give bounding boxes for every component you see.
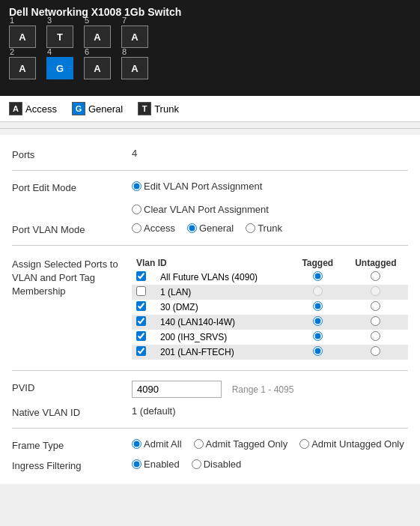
content: Ports 4 Port Edit Mode Edit VLAN Port As…: [0, 135, 420, 484]
vlan-checkbox-4[interactable]: [136, 331, 146, 341]
pvid-label: PVID: [12, 381, 132, 393]
vlan-checkbox-2[interactable]: [136, 301, 146, 311]
ingress-option-1[interactable]: Disabled: [192, 459, 242, 470]
vlan-untagged-radio-4[interactable]: [371, 331, 380, 341]
ingress-radio-0[interactable]: [132, 459, 141, 469]
frame-type-label: Frame Type: [12, 438, 132, 451]
vlan-tagged-radio-3[interactable]: [313, 316, 323, 326]
port-box-7[interactable]: 7A: [121, 25, 148, 48]
ingress-row: Ingress Filtering EnabledDisabled: [12, 455, 408, 475]
legend-label-trunk: Trunk: [154, 103, 179, 115]
ingress-group: EnabledDisabled: [132, 459, 408, 470]
vlan-name-2: 30 (DMZ): [156, 300, 292, 315]
pvid-input[interactable]: [132, 381, 222, 398]
vlan-tagged-cell-0: [292, 270, 344, 285]
vlan-checkbox-cell-5: [132, 345, 156, 360]
vlan-untagged-radio-2[interactable]: [371, 301, 380, 311]
ports-value: 4: [132, 148, 408, 159]
vlan-section-label: Assign Selected Ports to VLAN and Port T…: [12, 256, 132, 299]
legend-item-trunk: TTrunk: [138, 102, 179, 115]
frame-type-radio-1[interactable]: [194, 439, 204, 449]
vlan-tagged-cell-4: [292, 330, 344, 345]
vlan-name-0: All Future VLANs (4090): [156, 270, 292, 285]
vlan-checkbox-cell-0: [132, 270, 156, 285]
native-vlan-label: Native VLAN ID: [12, 405, 132, 418]
vlan-row-3: 140 (LAN140-I4W): [132, 315, 408, 330]
legend-badge-trunk: T: [138, 102, 151, 115]
pvid-value: Range 1 - 4095: [132, 381, 408, 398]
vlan-checkbox-0[interactable]: [136, 271, 146, 281]
ingress-radio-1[interactable]: [192, 459, 201, 469]
vlan-tagged-radio-5[interactable]: [313, 346, 323, 356]
vlan-tagged-radio-4[interactable]: [313, 331, 323, 341]
frame-type-option-1[interactable]: Admit Tagged Only: [194, 438, 288, 450]
legend-item-general: GGeneral: [72, 102, 123, 115]
frame-type-radio-2[interactable]: [299, 439, 309, 449]
vlan-name-4: 200 (IH3_SRVS): [156, 330, 292, 345]
vlan-untagged-radio-3[interactable]: [371, 316, 380, 326]
ingress-value: EnabledDisabled: [132, 459, 408, 470]
tagged-header: Tagged: [292, 256, 344, 270]
vlan-untagged-cell-3: [344, 315, 408, 330]
port-edit-mode-option-1[interactable]: Clear VLAN Port Assignment: [132, 204, 269, 215]
vlan-table: Vlan ID Tagged Untagged All Future VLANs…: [132, 256, 408, 360]
legend-badge-access: A: [9, 102, 22, 115]
port-box-5[interactable]: 5A: [84, 25, 111, 48]
port-vlan-mode-option-1[interactable]: General: [187, 223, 234, 234]
port-vlan-mode-label: Port VLAN Mode: [12, 223, 132, 235]
port-edit-mode-radio-1[interactable]: [132, 205, 141, 214]
legend-badge-general: G: [72, 102, 85, 115]
port-box-4[interactable]: 4G: [46, 57, 73, 79]
port-edit-mode-option-0[interactable]: Edit VLAN Port Assignment: [132, 181, 262, 192]
pvid-hint: Range 1 - 4095: [232, 384, 294, 395]
switch-title: Dell Networking X1008 1Gb Switch: [9, 6, 411, 18]
vlan-checkbox-cell-1: [132, 285, 156, 300]
vlan-row-5: 201 (LAN-FTECH): [132, 345, 408, 360]
ingress-option-0[interactable]: Enabled: [132, 459, 180, 470]
vlan-untagged-radio-5[interactable]: [371, 346, 380, 356]
port-vlan-mode-radio-1[interactable]: [187, 223, 197, 233]
vlan-untagged-cell-1: [344, 285, 408, 300]
port-edit-mode-radio-0[interactable]: [132, 181, 141, 191]
port-vlan-mode-radio-2[interactable]: [246, 223, 255, 233]
port-box-1[interactable]: 1A: [9, 25, 36, 48]
vlan-tagged-radio-0[interactable]: [313, 271, 323, 281]
legend-item-access: AAccess: [9, 102, 57, 115]
legend-bar: AAccessGGeneralTTrunk: [0, 96, 420, 122]
vlan-checkbox-5[interactable]: [136, 346, 146, 356]
vlan-untagged-cell-2: [344, 300, 408, 315]
vlan-tagged-cell-2: [292, 300, 344, 315]
vlan-untagged-cell-0: [344, 270, 408, 285]
port-box-6[interactable]: 6A: [84, 57, 111, 79]
vlan-section: Assign Selected Ports to VLAN and Port T…: [12, 252, 408, 364]
port-edit-mode-row: Port Edit Mode Edit VLAN Port Assignment…: [12, 177, 408, 219]
port-box-2[interactable]: 2A: [9, 57, 36, 79]
pvid-row: PVID Range 1 - 4095: [12, 377, 408, 402]
vlan-id-header: Vlan ID: [132, 256, 292, 270]
port-vlan-mode-option-0[interactable]: Access: [132, 223, 175, 234]
frame-type-row: Frame Type Admit AllAdmit Tagged OnlyAdm…: [12, 435, 408, 455]
frame-type-radio-0[interactable]: [132, 439, 141, 449]
vlan-tagged-cell-5: [292, 345, 344, 360]
vlan-row-0: All Future VLANs (4090): [132, 270, 408, 285]
port-vlan-mode-radio-0[interactable]: [132, 223, 141, 233]
vlan-row-1: 1 (LAN): [132, 285, 408, 300]
native-vlan-value: 1 (default): [132, 405, 408, 417]
vlan-name-3: 140 (LAN140-I4W): [156, 315, 292, 330]
untagged-header: Untagged: [344, 256, 408, 270]
vlan-checkbox-3[interactable]: [136, 316, 146, 326]
port-vlan-mode-option-2[interactable]: Trunk: [246, 223, 282, 234]
frame-type-option-0[interactable]: Admit All: [132, 438, 182, 450]
vlan-untagged-radio-0[interactable]: [371, 271, 380, 281]
vlan-tagged-radio-2[interactable]: [313, 301, 323, 311]
port-grid: 1A3T5A7A2A4G6A8A: [9, 25, 411, 84]
native-vlan-row: Native VLAN ID 1 (default): [12, 402, 408, 422]
vlan-checkbox-1[interactable]: [136, 286, 146, 296]
port-box-8[interactable]: 8A: [121, 57, 148, 79]
vlan-checkbox-cell-3: [132, 315, 156, 330]
port-box-3[interactable]: 3T: [46, 25, 73, 48]
frame-type-option-2[interactable]: Admit Untagged Only: [299, 438, 404, 450]
vlan-row-2: 30 (DMZ): [132, 300, 408, 315]
vlan-name-5: 201 (LAN-FTECH): [156, 345, 292, 360]
ports-label: Ports: [12, 148, 132, 160]
